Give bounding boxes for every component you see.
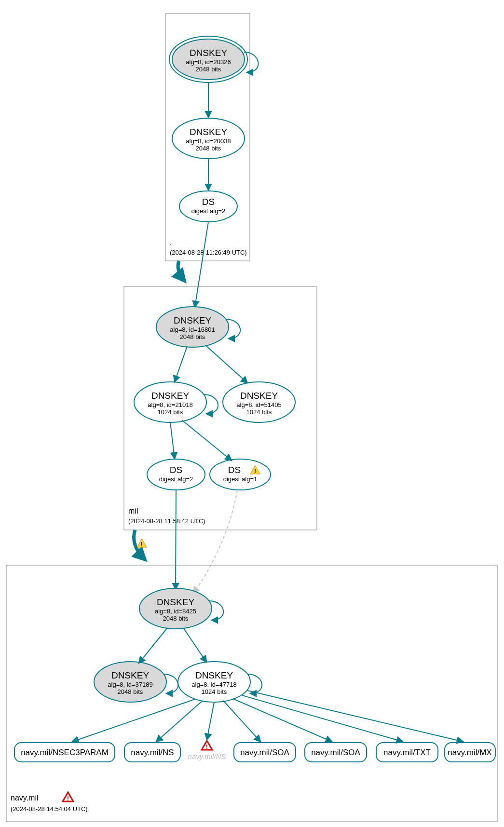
zone-navy-label: navy.mil xyxy=(11,794,39,802)
svg-text:navy.mil/NS: navy.mil/NS xyxy=(131,748,174,757)
edge-navyksk-zskA xyxy=(139,628,167,663)
mil-zskB-title: DNSKEY xyxy=(240,391,278,401)
edge-mildsA-navyksk xyxy=(176,490,176,589)
leaf-nsec3param: navy.mil/NSEC3PARAM xyxy=(14,743,115,762)
svg-text:navy.mil/NS: navy.mil/NS xyxy=(188,752,226,760)
leaf-mx: navy.mil/MX xyxy=(445,743,495,762)
warning-icon: ! xyxy=(137,539,147,548)
navy-zskA-title: DNSKEY xyxy=(111,670,149,680)
node-mil-dsB: DS digest alg=1 ! xyxy=(210,459,271,490)
mil-ksk-line2: alg=8, id=16801 xyxy=(170,326,215,333)
svg-text:navy.mil/SOA: navy.mil/SOA xyxy=(240,748,289,757)
root-ds-title: DS xyxy=(202,197,215,207)
svg-text:navy.mil/NSEC3PARAM: navy.mil/NSEC3PARAM xyxy=(21,748,109,757)
zone-mil: DNSKEY alg=8, id=16801 2048 bits DNSKEY … xyxy=(124,286,317,530)
mil-ksk-title: DNSKEY xyxy=(174,315,211,325)
zone-root: DNSKEY alg=8, id=20326 2048 bits DNSKEY … xyxy=(165,14,259,261)
navy-zskB-title: DNSKEY xyxy=(195,670,233,680)
navy-zskA-line3: 2048 bits xyxy=(118,688,143,695)
root-zsk-line3: 2048 bits xyxy=(196,145,221,152)
navy-zskA-line2: alg=8, id=37189 xyxy=(108,681,152,688)
mil-dsB-title: DS xyxy=(228,465,241,475)
edge-milzskA-dsA xyxy=(170,422,175,459)
node-mil-ksk: DNSKEY alg=8, id=16801 2048 bits xyxy=(156,307,240,347)
node-mil-zskA: DNSKEY alg=8, id=21018 1024 bits xyxy=(134,382,218,422)
zone-navy-time: (2024-08-28 14:54:04 UTC) xyxy=(11,805,88,813)
svg-text:navy.mil/MX: navy.mil/MX xyxy=(448,748,491,757)
root-ksk-line3: 2048 bits xyxy=(196,66,221,73)
zone-mil-label: mil xyxy=(128,507,138,515)
svg-text:!: ! xyxy=(206,743,208,750)
svg-text:!: ! xyxy=(141,541,143,548)
zone-navy: DNSKEY alg=8, id=8425 2048 bits DNSKEY a… xyxy=(6,565,497,822)
leaf-txt: navy.mil/TXT xyxy=(376,743,438,762)
leaf-soa2: navy.mil/SOA xyxy=(305,743,367,762)
mil-zskA-title: DNSKEY xyxy=(151,391,189,401)
svg-text:navy.mil/SOA: navy.mil/SOA xyxy=(311,748,360,757)
root-ksk-line2: alg=8, id=20326 xyxy=(186,58,231,66)
node-mil-zskB: DNSKEY alg=8, id=51405 1024 bits xyxy=(223,382,295,422)
node-navy-ksk: DNSKEY alg=8, id=8425 2048 bits xyxy=(139,588,223,629)
ghost-ns-error: ! navy.mil/NS xyxy=(188,741,226,760)
leaf-ns: navy.mil/NS xyxy=(124,743,180,762)
svg-text:navy.mil/TXT: navy.mil/TXT xyxy=(383,748,431,757)
mil-ksk-line3: 2048 bits xyxy=(180,333,205,340)
mil-zskA-line2: alg=8, id=21018 xyxy=(148,401,192,408)
root-zsk-title: DNSKEY xyxy=(190,127,227,137)
edge-navyksk-zskB xyxy=(183,628,206,662)
navy-zskB-line3: 1024 bits xyxy=(202,688,227,695)
svg-text:!: ! xyxy=(254,467,256,475)
root-ds-line2: digest alg=2 xyxy=(191,207,225,215)
navy-zskB-line2: alg=8, id=47718 xyxy=(191,681,236,688)
root-zsk-line2: alg=8, id=20038 xyxy=(186,137,231,145)
edge-root-to-mil xyxy=(178,261,184,281)
edge-milksk-zskB xyxy=(205,345,247,383)
mil-zskB-line3: 1024 bits xyxy=(246,408,272,416)
node-mil-dsA: DS digest alg=2 xyxy=(147,459,205,490)
svg-text:!: ! xyxy=(67,795,69,802)
node-navy-zskA: DNSKEY alg=8, id=37189 2048 bits xyxy=(94,662,178,702)
error-icon: ! xyxy=(63,792,73,802)
zone-mil-time: (2024-08-28 11:58:42 UTC) xyxy=(128,517,205,525)
leaf-soa1: navy.mil/SOA xyxy=(234,743,296,762)
mil-dsA-title: DS xyxy=(170,465,182,475)
node-root-ds: DS digest alg=2 xyxy=(179,191,237,222)
navy-ksk-line2: alg=8, id=8425 xyxy=(155,608,196,615)
edge-milksk-zskA xyxy=(175,346,187,382)
zone-root-time: (2024-08-28 11:26:49 UTC) xyxy=(170,249,247,256)
zone-root-label: . xyxy=(170,238,172,246)
mil-dsB-line2: digest alg=1 xyxy=(223,475,257,483)
edge-root-ds-milksk xyxy=(195,222,208,307)
dnssec-diagram: DNSKEY alg=8, id=20326 2048 bits DNSKEY … xyxy=(0,0,504,827)
navy-ksk-title: DNSKEY xyxy=(157,597,194,607)
edge-milzskA-dsB xyxy=(182,420,232,461)
node-navy-zskB: DNSKEY alg=8, id=47718 1024 bits xyxy=(178,662,262,702)
mil-dsA-line2: digest alg=2 xyxy=(159,475,193,483)
error-icon: ! xyxy=(202,741,212,750)
mil-zskB-line2: alg=8, id=51405 xyxy=(236,401,281,408)
node-root-ksk: DNSKEY alg=8, id=20326 2048 bits xyxy=(169,36,259,82)
edge-mildsB-navyksk xyxy=(193,490,237,593)
navy-ksk-line3: 2048 bits xyxy=(163,615,189,622)
node-root-zsk: DNSKEY alg=8, id=20038 2048 bits xyxy=(172,118,245,159)
mil-zskA-line3: 1024 bits xyxy=(158,408,183,416)
root-ksk-title: DNSKEY xyxy=(190,48,227,58)
